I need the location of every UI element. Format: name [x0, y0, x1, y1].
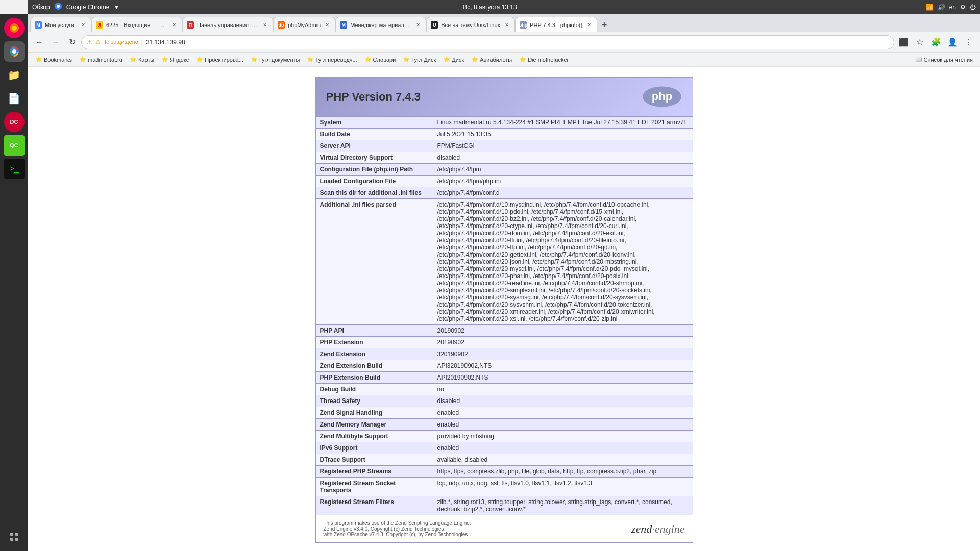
- svg-rect-4: [10, 533, 13, 536]
- bookmark-item-2[interactable]: ⭐Карты: [127, 55, 157, 64]
- tab-tab6[interactable]: U Все на тему Unix/Linux ✕: [426, 17, 515, 32]
- tab-close[interactable]: ✕: [503, 21, 510, 29]
- php-version-title: PHP Version 7.4.3: [326, 90, 421, 104]
- php-header: PHP Version 7.4.3 php: [315, 77, 693, 116]
- tab-close[interactable]: ✕: [414, 21, 422, 29]
- table-cell-value: tcp, udp, unix, udg, ssl, tls, tlsv1.0, …: [433, 478, 693, 496]
- table-cell-label: Zend Multibyte Support: [315, 431, 433, 442]
- tab-tab7[interactable]: php PHP 7.4.3 - phpinfo() ✕: [515, 17, 597, 32]
- bookmark-item-7[interactable]: ⭐Словари: [361, 55, 399, 64]
- menu-button[interactable]: ⋮: [962, 35, 976, 49]
- table-row: Thread Safety disabled: [315, 395, 693, 407]
- bookmark-item-3[interactable]: ⭐Яндекс: [158, 55, 192, 64]
- bookmark-icon: ⭐: [471, 56, 478, 63]
- tab-close[interactable]: ✕: [80, 21, 87, 29]
- table-cell-label: Registered PHP Streams: [315, 466, 433, 478]
- bookmark-icon: ⭐: [130, 56, 137, 63]
- table-cell-label: Debug Build: [315, 384, 433, 395]
- table-cell-value: /etc/php/7.4/fpm: [433, 164, 693, 176]
- bookmark-icon: ⭐: [251, 56, 258, 63]
- power-icon[interactable]: ⏻: [970, 4, 976, 11]
- bookmark-item-1[interactable]: ⭐madmentat.ru: [76, 55, 126, 64]
- table-cell-value: enabled: [433, 442, 693, 454]
- tab-label: Мои услуги: [45, 22, 75, 28]
- tab-tab4[interactable]: db phpMyAdmin ✕: [273, 17, 335, 32]
- bookmark-icon: ⭐: [307, 56, 314, 63]
- info-table: System Linux madmentat.ru 5.4.134-224 #1…: [315, 116, 693, 515]
- tab-favicon: Я: [96, 21, 103, 29]
- extensions-button[interactable]: 🧩: [929, 35, 943, 49]
- bookmark-item-9[interactable]: ⭐Диск: [440, 55, 467, 64]
- bookmark-label: Диск: [452, 57, 464, 63]
- table-row: Zend Memory Manager enabled: [315, 419, 693, 431]
- reload-button[interactable]: ↻: [65, 35, 79, 49]
- tab-favicon: М: [35, 21, 42, 29]
- svg-text:php: php: [651, 90, 672, 103]
- sidebar-files[interactable]: 📁: [4, 65, 24, 85]
- tab-close[interactable]: ✕: [585, 21, 593, 29]
- tab-tab5[interactable]: М Менеджер материалов... ✕: [335, 17, 426, 32]
- network-icon: 📶: [926, 4, 934, 11]
- bookmark-item-5[interactable]: ⭐Гугл документы: [248, 55, 303, 64]
- svg-rect-5: [15, 533, 18, 536]
- svg-point-1: [12, 26, 17, 31]
- table-cell-label: Loaded Configuration File: [315, 176, 433, 187]
- forward-button[interactable]: →: [48, 35, 63, 49]
- back-button[interactable]: ←: [32, 35, 46, 49]
- table-row: Registered Stream Filters zlib.*, string…: [315, 496, 693, 515]
- table-cell-value: 20190902: [433, 337, 693, 348]
- tab-label: PHP 7.4.3 - phpinfo(): [530, 22, 582, 28]
- new-tab-button[interactable]: +: [597, 18, 611, 32]
- table-row: Zend Multibyte Support provided by mbstr…: [315, 431, 693, 442]
- bookmark-label: Die mothefucker: [528, 57, 569, 63]
- tab-label: phpMyAdmin: [288, 22, 321, 28]
- table-row: DTrace Support available, disabled: [315, 454, 693, 466]
- table-cell-label: Zend Signal Handling: [315, 407, 433, 419]
- dropdown-arrow[interactable]: ▼: [113, 4, 119, 11]
- bookmark-button[interactable]: ☆: [913, 35, 927, 49]
- table-cell-value: available, disabled: [433, 454, 693, 466]
- tab-close[interactable]: ✕: [261, 21, 268, 29]
- zend-logo: zend·engine: [631, 522, 684, 536]
- table-row: Build Date Jul 5 2021 15:13:35: [315, 129, 693, 140]
- bookmark-item-10[interactable]: ⭐Авиабилеты: [468, 55, 515, 64]
- bookmark-item-11[interactable]: ⭐Die mothefucker: [516, 55, 572, 64]
- bookmark-item-6[interactable]: ⭐Гугл переводч...: [304, 55, 360, 64]
- sidebar-dc[interactable]: DC: [4, 112, 24, 132]
- browser-name[interactable]: Google Chrome: [66, 4, 110, 11]
- table-cell-label: PHP Extension: [315, 337, 433, 348]
- bookmark-item-0[interactable]: ⭐Bookmarks: [32, 55, 75, 64]
- bookmark-label: Гугл Диск: [411, 57, 436, 63]
- tab-favicon: М: [340, 21, 347, 29]
- sidebar-chrome[interactable]: [4, 41, 24, 62]
- bookmark-item-8[interactable]: ⭐Гугл Диск: [400, 55, 439, 64]
- sidebar-firefox[interactable]: [4, 18, 24, 38]
- tab-close[interactable]: ✕: [324, 21, 331, 29]
- screenshot-button[interactable]: ⬛: [896, 35, 911, 49]
- tab-tab2[interactable]: Я 6225 - Входящие — Янд... ✕: [91, 17, 182, 32]
- table-cell-label: Configuration File (php.ini) Path: [315, 164, 433, 176]
- tab-tab3[interactable]: П Панель управления | Н... ✕: [182, 17, 273, 32]
- table-row: Server API FPM/FastCGI: [315, 140, 693, 152]
- table-row: Configuration File (php.ini) Path /etc/p…: [315, 164, 693, 176]
- address-bar[interactable]: ⚠ ⚠ Не защищено | 31.134.139.98: [81, 35, 894, 49]
- table-cell-value: /etc/php/7.4/fpm/conf.d: [433, 187, 693, 199]
- sidebar-apps[interactable]: [4, 527, 24, 547]
- sidebar-terminal[interactable]: >_: [4, 159, 24, 179]
- table-row: PHP API 20190902: [315, 325, 693, 337]
- bookmark-item-4[interactable]: ⭐Проектирова...: [193, 55, 247, 64]
- table-cell-label: Zend Extension Build: [315, 360, 433, 372]
- sidebar-qc[interactable]: QC: [4, 135, 24, 156]
- profile-button[interactable]: 👤: [945, 35, 960, 49]
- tab-bar: М Мои услуги ✕ Я 6225 - Входящие — Янд..…: [28, 14, 980, 32]
- tab-tab1[interactable]: М Мои услуги ✕: [30, 17, 91, 32]
- lang-select[interactable]: en: [949, 4, 956, 11]
- tab-label: 6225 - Входящие — Янд...: [106, 22, 167, 28]
- table-row: Debug Build no: [315, 384, 693, 395]
- url-text[interactable]: 31.134.139.98: [146, 39, 185, 46]
- security-warning-text: ⚠ Не защищено: [95, 39, 138, 45]
- sidebar-text[interactable]: 📄: [4, 88, 24, 109]
- reading-list-button[interactable]: 📖Список для чтения: [912, 55, 976, 64]
- tab-favicon: U: [431, 21, 438, 29]
- tab-close[interactable]: ✕: [170, 21, 178, 29]
